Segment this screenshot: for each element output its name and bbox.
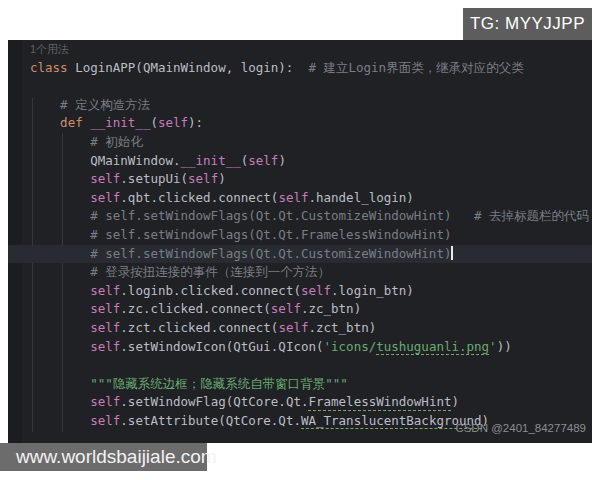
code-token: self <box>90 413 120 428</box>
code-line[interactable]: self.setupUi(self) <box>8 170 592 189</box>
code-token: 'icons/ <box>324 339 377 354</box>
code-token: # 建立Login界面类，继承对应的父类 <box>293 60 523 75</box>
code-token: self <box>90 283 120 298</box>
code-token: # 登录按扭连接的事件（连接到一个方法） <box>30 264 330 279</box>
code-token <box>30 301 90 316</box>
code-line[interactable]: # self.setWindowFlags(Qt.Qt.CustomizeWin… <box>8 245 592 264</box>
code-token: .zc.clicked.connect( <box>120 301 271 316</box>
code-token <box>30 413 90 428</box>
code-token <box>30 190 90 205</box>
page: { "watermarks": { "telegram": "TG: MYYJJ… <box>0 0 600 480</box>
code-line[interactable]: # self.setWindowFlags(Qt.Qt.CustomizeWin… <box>8 207 592 226</box>
code-token: ): <box>188 115 203 130</box>
code-lines: 1个用法class LoginAPP(QMainWindow, login): … <box>8 40 592 430</box>
code-token: ) <box>218 171 226 186</box>
code-token: self <box>188 171 218 186</box>
code-line[interactable]: self.loginb.clicked.connect(self.login_b… <box>8 282 592 301</box>
code-token: ' <box>489 339 497 354</box>
code-token: # 定义构造方法 <box>30 97 150 112</box>
code-line[interactable]: # self.setWindowFlags(Qt.Qt.FramelessWin… <box>8 226 592 245</box>
code-token: .zct.clicked.connect( <box>120 320 278 335</box>
code-token: # self.setWindowFlags(Qt.Qt.FramelessWin… <box>30 227 451 242</box>
code-token: FramelessWindowHint <box>308 394 451 411</box>
code-token: self <box>248 153 278 168</box>
code-token: # self.setWindowFlags(Qt.Qt.CustomizeWin… <box>30 208 589 223</box>
code-token: __init__ <box>90 115 150 130</box>
code-token: .setAttribute(QtCore.Qt. <box>120 413 301 428</box>
code-line[interactable]: self.qbt.clicked.connect(self.handel_log… <box>8 189 592 208</box>
code-token: .zct_btn) <box>308 320 376 335</box>
code-line[interactable]: class LoginAPP(QMainWindow, login): # 建立… <box>8 59 592 78</box>
code-line[interactable]: QMainWindow.__init__(self) <box>8 152 592 171</box>
usage-hint-line[interactable]: 1个用法 <box>8 40 592 59</box>
code-token: .qbt.clicked.connect( <box>120 190 278 205</box>
csdn-watermark: CSDN @2401_84277489 <box>455 422 586 434</box>
code-token: ( <box>150 115 158 130</box>
code-token <box>30 115 60 130</box>
code-token: self <box>90 339 120 354</box>
code-line[interactable] <box>8 77 592 96</box>
code-token: 1个用法 <box>30 43 69 55</box>
code-line[interactable]: # 定义构造方法 <box>8 96 592 115</box>
code-line[interactable]: self.zct.clicked.connect(self.zct_btn) <box>8 319 592 338</box>
code-token: ) <box>278 153 286 168</box>
code-token: .handel_login) <box>308 190 413 205</box>
code-line[interactable]: # 初始化 <box>8 133 592 152</box>
code-editor[interactable]: 1个用法class LoginAPP(QMainWindow, login): … <box>8 40 592 443</box>
code-token: def <box>60 115 90 130</box>
code-token: tushuguanli.png <box>376 339 489 356</box>
code-token: LoginAPP(QMainWindow, login): <box>75 60 293 75</box>
code-token: self <box>90 320 120 335</box>
code-token: self <box>301 283 331 298</box>
code-token: )) <box>497 339 512 354</box>
code-token: .setWindowIcon(QtGui.QIcon( <box>120 339 323 354</box>
code-line[interactable]: def __init__(self): <box>8 114 592 133</box>
code-line[interactable] <box>8 356 592 375</box>
code-token <box>30 283 90 298</box>
code-token: self <box>90 190 120 205</box>
code-token: self <box>90 394 120 409</box>
code-line[interactable]: """隐藏系统边框；隐藏系统自带窗口背景""" <box>8 375 592 394</box>
code-token: self <box>158 115 188 130</box>
code-token: self <box>278 190 308 205</box>
code-token: __init__ <box>181 153 241 168</box>
code-line[interactable]: self.setWindowFlag(QtCore.Qt.FramelessWi… <box>8 393 592 412</box>
code-token: self <box>271 301 301 316</box>
code-token: # 初始化 <box>30 134 143 149</box>
code-token: class <box>30 60 75 75</box>
code-token <box>30 376 90 391</box>
site-watermark: www.worldsbaijiale.com <box>0 443 207 471</box>
code-token: .setWindowFlag(QtCore.Qt. <box>120 394 308 409</box>
code-token <box>30 320 90 335</box>
code-token: ) <box>451 394 459 409</box>
telegram-watermark-text: TG: MYYJJPP <box>470 14 585 34</box>
code-token: """隐藏系统边框；隐藏系统自带窗口背景""" <box>90 376 348 391</box>
code-token <box>30 394 90 409</box>
code-token: .setupUi( <box>120 171 188 186</box>
code-token: self <box>90 301 120 316</box>
code-token <box>30 339 90 354</box>
text-caret <box>451 246 453 260</box>
code-token: self <box>90 171 120 186</box>
code-token: self <box>278 320 308 335</box>
code-token: QMainWindow. <box>30 153 181 168</box>
code-token: .zc_btn) <box>301 301 361 316</box>
site-watermark-text: www.worldsbaijiale.com <box>16 446 217 468</box>
code-line[interactable]: self.zc.clicked.connect(self.zc_btn) <box>8 300 592 319</box>
code-token: .login_btn) <box>331 283 414 298</box>
code-token: # self.setWindowFlags(Qt.Qt.CustomizeWin… <box>30 246 451 261</box>
telegram-watermark: TG: MYYJJPP <box>463 8 592 40</box>
code-token <box>30 171 90 186</box>
code-token: .loginb.clicked.connect( <box>120 283 301 298</box>
code-line[interactable]: # 登录按扭连接的事件（连接到一个方法） <box>8 263 592 282</box>
code-line[interactable]: self.setWindowIcon(QtGui.QIcon('icons/tu… <box>8 338 592 357</box>
